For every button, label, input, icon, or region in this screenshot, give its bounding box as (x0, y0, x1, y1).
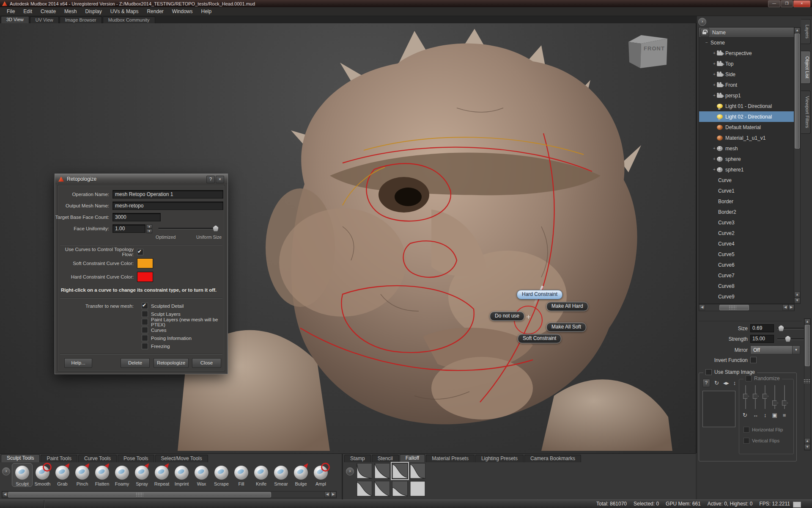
transfer-option[interactable]: Sculpted Detail (142, 302, 228, 310)
tree-item[interactable]: Curve9 (699, 291, 794, 302)
rotate-icon[interactable]: ↻ (714, 379, 719, 387)
tree-vertical-scrollbar[interactable]: ▲ ▲ ▼ (794, 27, 801, 304)
randomize-checkbox[interactable] (746, 375, 752, 381)
tool-item[interactable]: Pinch (72, 463, 92, 487)
tool-tray-tab[interactable]: Select/Move Tools (155, 455, 208, 462)
scale-icon[interactable]: ▣ (772, 411, 777, 419)
side-tab[interactable]: Viewport Filters (801, 91, 811, 134)
falloff-preset[interactable] (392, 481, 408, 497)
dialog-title-bar[interactable]: Retopologize ? × (55, 174, 228, 184)
preset-tray-tab[interactable]: Lighting Presets (475, 455, 524, 462)
scroll-right-icon[interactable]: ▶ (788, 304, 794, 310)
random-slider-handle[interactable] (772, 400, 778, 406)
tree-item[interactable]: − Scene (699, 37, 794, 48)
checkbox[interactable] (142, 303, 148, 309)
tree-item[interactable]: Curve7 (699, 270, 794, 281)
horizontal-flip-checkbox[interactable] (743, 427, 749, 433)
target-face-count-input[interactable] (112, 213, 161, 221)
tree-item[interactable]: Border2 (699, 207, 794, 217)
size-value[interactable]: 0.69 (750, 324, 774, 332)
scroll-up-icon[interactable]: ▲ (794, 292, 800, 298)
tool-item[interactable]: Smear (271, 463, 291, 487)
checkbox[interactable] (142, 311, 148, 317)
scroll-down-icon[interactable]: ▼ (804, 444, 810, 450)
help-button[interactable]: Help... (64, 358, 92, 368)
strength-slider[interactable] (777, 338, 804, 340)
menu-item[interactable]: Windows (168, 8, 197, 15)
view-tab[interactable]: 3D View (1, 16, 29, 23)
dialog-close-icon[interactable]: × (216, 176, 224, 183)
falloff-preset[interactable] (374, 481, 390, 497)
soft-constraint-color-swatch[interactable] (137, 258, 153, 268)
minimize-button[interactable]: — (768, 0, 780, 7)
tree-item[interactable]: Curve4 (699, 238, 794, 249)
menu-item[interactable]: Create (36, 8, 60, 15)
scroll-up-icon[interactable]: ▲ (804, 438, 810, 444)
tool-tray-tab[interactable]: Curve Tools (78, 455, 117, 462)
tool-item[interactable]: Sculpt (12, 463, 33, 487)
tree-item[interactable]: Light 01 - Directional (699, 101, 794, 111)
tree-item[interactable]: Curve3 (699, 217, 794, 228)
marking-menu-soft-constraint[interactable]: Soft Constraint (518, 334, 561, 343)
preset-tray-tab[interactable]: Falloff (400, 454, 425, 462)
tree-item[interactable]: + sphere (699, 154, 794, 164)
tree-expander[interactable]: + (712, 83, 717, 87)
hard-constraint-color-swatch[interactable] (137, 272, 153, 282)
tool-item[interactable]: Ampl (311, 463, 331, 487)
falloff-preset[interactable] (357, 463, 372, 479)
face-uniformity-spinner[interactable]: ▲ ▼ (146, 224, 152, 233)
tool-tray-tab[interactable]: Sculpt Tools (1, 454, 40, 462)
close-dialog-button[interactable]: Close (192, 358, 221, 368)
spinner-down-icon[interactable]: ▼ (146, 229, 152, 233)
menu-item[interactable]: UVs & Maps (106, 8, 143, 15)
properties-scrollbar[interactable]: ▲ ▲ ▼ (804, 318, 811, 450)
scroll-right-icon[interactable]: ▶ (330, 491, 336, 497)
output-mesh-name-input[interactable] (112, 202, 223, 210)
preset-tray-tab[interactable]: Stamp (344, 455, 371, 462)
tree-expander[interactable]: + (712, 61, 717, 66)
checkbox[interactable] (142, 335, 148, 341)
view-cube[interactable]: FRONT (626, 31, 672, 73)
rotate-icon[interactable]: ↻ (743, 411, 747, 419)
menu-item[interactable]: Help (197, 8, 216, 15)
retopologize-button[interactable]: Retopologize (154, 358, 189, 368)
tool-tray-tab[interactable]: Paint Tools (41, 455, 77, 462)
scroll-up-icon[interactable]: ▲ (794, 28, 800, 33)
arrows-vertical-icon[interactable]: ↕ (764, 411, 767, 419)
falloff-preset[interactable] (410, 481, 425, 497)
view-tab[interactable]: UV View (30, 17, 59, 23)
tool-item[interactable]: Flatten (92, 463, 112, 487)
scrollbar-grip[interactable] (804, 379, 810, 383)
tree-item[interactable]: Curve8 (699, 281, 794, 291)
flip-horizontal-icon[interactable]: ◀▶ (723, 379, 729, 387)
delete-button[interactable]: Delete (121, 358, 150, 368)
scroll-left-icon[interactable]: ◀ (699, 304, 705, 310)
face-uniformity-input[interactable] (112, 224, 145, 233)
preset-tray-tab[interactable]: Stencil (372, 455, 399, 462)
scrollbar-thumb[interactable] (805, 325, 810, 366)
tool-item[interactable]: Bulge (291, 463, 311, 487)
arrows-horizontal-icon[interactable]: ↔ (753, 411, 758, 419)
slider-handle[interactable] (213, 225, 219, 232)
tree-item[interactable]: Curve (699, 175, 794, 185)
marking-menu-hard-constraint[interactable]: Hard Constraint (517, 290, 562, 299)
tree-expander[interactable]: − (704, 40, 709, 45)
tree-expander[interactable]: + (712, 51, 717, 55)
title-bar[interactable]: Autodesk Mudbox 2014 x64 - Unregistered … (0, 0, 812, 7)
random-slider-handle[interactable] (743, 394, 749, 399)
tree-item[interactable]: + mesh (699, 143, 794, 154)
scrollbar-thumb[interactable] (795, 33, 800, 149)
stamp-image-preview[interactable] (702, 391, 735, 427)
tree-item[interactable]: Curve5 (699, 249, 794, 260)
slider-handle[interactable] (785, 336, 791, 342)
scrollbar-grip[interactable] (729, 305, 736, 309)
random-slider-handle[interactable] (782, 400, 788, 406)
menu-item[interactable]: Mesh (60, 8, 81, 15)
tool-tray-scrollbar[interactable]: ◀ ◀ ▶ (2, 491, 337, 498)
tree-item[interactable]: + Top (699, 58, 794, 69)
dialog-help-button[interactable]: ? (206, 176, 215, 183)
falloff-preset[interactable] (357, 481, 372, 497)
tree-item[interactable]: Curve2 (699, 228, 794, 238)
tree-item[interactable]: Border (699, 196, 794, 207)
tray-expand-button[interactable]: › (2, 467, 10, 475)
